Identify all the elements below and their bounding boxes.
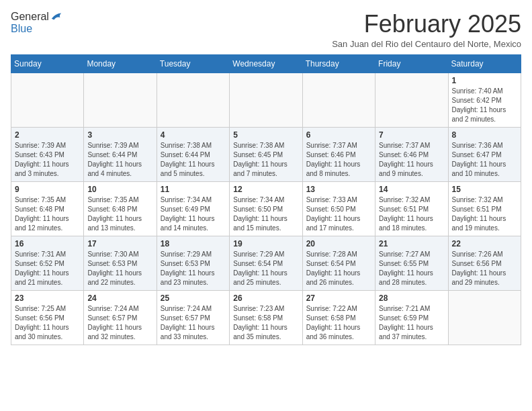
day-number: 13	[306, 185, 371, 194]
day-info: Sunrise: 7:22 AM Sunset: 6:58 PM Dayligh…	[306, 304, 371, 342]
calendar-day-cell: 17Sunrise: 7:30 AM Sunset: 6:53 PM Dayli…	[84, 236, 157, 290]
calendar-day-cell: 28Sunrise: 7:21 AM Sunset: 6:59 PM Dayli…	[375, 290, 448, 345]
calendar-day-cell: 7Sunrise: 7:37 AM Sunset: 6:46 PM Daylig…	[375, 127, 448, 181]
day-number: 10	[87, 185, 152, 194]
day-number: 8	[452, 130, 517, 140]
day-info: Sunrise: 7:24 AM Sunset: 6:57 PM Dayligh…	[87, 304, 152, 342]
calendar-day-cell: 16Sunrise: 7:31 AM Sunset: 6:52 PM Dayli…	[11, 236, 84, 290]
day-number: 22	[452, 239, 517, 248]
day-number: 6	[306, 130, 371, 140]
calendar-day-cell	[230, 73, 302, 127]
day-info: Sunrise: 7:27 AM Sunset: 6:55 PM Dayligh…	[379, 250, 444, 287]
calendar-day-cell	[302, 73, 375, 127]
day-number: 14	[379, 185, 444, 194]
day-number: 27	[306, 293, 371, 303]
weekday-header-sunday: Sunday	[11, 54, 84, 73]
calendar-day-cell: 20Sunrise: 7:28 AM Sunset: 6:54 PM Dayli…	[302, 236, 375, 290]
logo: General Blue	[11, 11, 62, 35]
day-info: Sunrise: 7:25 AM Sunset: 6:56 PM Dayligh…	[15, 304, 80, 342]
calendar-day-cell: 22Sunrise: 7:26 AM Sunset: 6:56 PM Dayli…	[448, 236, 521, 290]
logo-bird-icon	[50, 12, 62, 21]
calendar-day-cell: 14Sunrise: 7:32 AM Sunset: 6:51 PM Dayli…	[375, 181, 448, 236]
day-info: Sunrise: 7:30 AM Sunset: 6:53 PM Dayligh…	[87, 250, 152, 287]
day-info: Sunrise: 7:26 AM Sunset: 6:56 PM Dayligh…	[452, 250, 517, 287]
day-number: 11	[161, 185, 226, 194]
day-number: 7	[379, 130, 444, 140]
day-info: Sunrise: 7:34 AM Sunset: 6:50 PM Dayligh…	[233, 195, 298, 233]
logo-blue-text: Blue	[11, 23, 32, 35]
day-number: 28	[379, 293, 444, 303]
calendar-day-cell: 9Sunrise: 7:35 AM Sunset: 6:48 PM Daylig…	[11, 181, 84, 236]
calendar-table: SundayMondayTuesdayWednesdayThursdayFrid…	[11, 54, 521, 345]
calendar-day-cell	[11, 73, 84, 127]
day-number: 3	[87, 130, 152, 140]
day-number: 25	[161, 293, 226, 303]
weekday-header-saturday: Saturday	[448, 54, 521, 73]
day-number: 12	[233, 185, 298, 194]
calendar-day-cell: 4Sunrise: 7:38 AM Sunset: 6:44 PM Daylig…	[157, 127, 229, 181]
month-year-title: February 2025	[332, 11, 521, 38]
calendar-header-row: SundayMondayTuesdayWednesdayThursdayFrid…	[11, 54, 521, 73]
day-info: Sunrise: 7:33 AM Sunset: 6:50 PM Dayligh…	[306, 195, 371, 233]
day-number: 4	[161, 130, 226, 140]
calendar-day-cell: 24Sunrise: 7:24 AM Sunset: 6:57 PM Dayli…	[84, 290, 157, 345]
day-info: Sunrise: 7:35 AM Sunset: 6:48 PM Dayligh…	[87, 195, 152, 233]
calendar-day-cell: 11Sunrise: 7:34 AM Sunset: 6:49 PM Dayli…	[157, 181, 229, 236]
calendar-day-cell	[375, 73, 448, 127]
day-info: Sunrise: 7:32 AM Sunset: 6:51 PM Dayligh…	[452, 195, 517, 233]
day-info: Sunrise: 7:38 AM Sunset: 6:45 PM Dayligh…	[233, 141, 298, 179]
calendar-day-cell: 8Sunrise: 7:36 AM Sunset: 6:47 PM Daylig…	[448, 127, 521, 181]
calendar-day-cell: 6Sunrise: 7:37 AM Sunset: 6:46 PM Daylig…	[302, 127, 375, 181]
weekday-header-tuesday: Tuesday	[157, 54, 229, 73]
calendar-day-cell: 15Sunrise: 7:32 AM Sunset: 6:51 PM Dayli…	[448, 181, 521, 236]
day-info: Sunrise: 7:32 AM Sunset: 6:51 PM Dayligh…	[379, 195, 444, 233]
day-number: 9	[15, 185, 80, 194]
day-info: Sunrise: 7:29 AM Sunset: 6:54 PM Dayligh…	[233, 250, 298, 287]
calendar-day-cell: 3Sunrise: 7:39 AM Sunset: 6:44 PM Daylig…	[84, 127, 157, 181]
calendar-day-cell: 21Sunrise: 7:27 AM Sunset: 6:55 PM Dayli…	[375, 236, 448, 290]
day-number: 15	[452, 185, 517, 194]
logo-general-text: General	[11, 11, 49, 23]
page-header: General Blue February 2025 San Juan del …	[11, 11, 521, 49]
day-info: Sunrise: 7:23 AM Sunset: 6:58 PM Dayligh…	[233, 304, 298, 342]
day-info: Sunrise: 7:37 AM Sunset: 6:46 PM Dayligh…	[306, 141, 371, 179]
day-number: 1	[452, 76, 517, 85]
calendar-day-cell: 18Sunrise: 7:29 AM Sunset: 6:53 PM Dayli…	[157, 236, 229, 290]
weekday-header-monday: Monday	[84, 54, 157, 73]
day-number: 2	[15, 130, 80, 140]
calendar-day-cell: 1Sunrise: 7:40 AM Sunset: 6:42 PM Daylig…	[448, 73, 521, 127]
calendar-day-cell: 10Sunrise: 7:35 AM Sunset: 6:48 PM Dayli…	[84, 181, 157, 236]
day-number: 23	[15, 293, 80, 303]
calendar-week-row: 1Sunrise: 7:40 AM Sunset: 6:42 PM Daylig…	[11, 73, 521, 127]
day-info: Sunrise: 7:39 AM Sunset: 6:43 PM Dayligh…	[15, 141, 80, 179]
day-number: 20	[306, 239, 371, 248]
day-info: Sunrise: 7:31 AM Sunset: 6:52 PM Dayligh…	[15, 250, 80, 287]
day-info: Sunrise: 7:39 AM Sunset: 6:44 PM Dayligh…	[87, 141, 152, 179]
day-info: Sunrise: 7:21 AM Sunset: 6:59 PM Dayligh…	[379, 304, 444, 342]
calendar-day-cell	[448, 290, 521, 345]
day-info: Sunrise: 7:40 AM Sunset: 6:42 PM Dayligh…	[452, 87, 517, 124]
day-info: Sunrise: 7:37 AM Sunset: 6:46 PM Dayligh…	[379, 141, 444, 179]
day-number: 16	[15, 239, 80, 248]
day-info: Sunrise: 7:34 AM Sunset: 6:49 PM Dayligh…	[161, 195, 226, 233]
calendar-day-cell: 26Sunrise: 7:23 AM Sunset: 6:58 PM Dayli…	[230, 290, 302, 345]
day-info: Sunrise: 7:24 AM Sunset: 6:57 PM Dayligh…	[161, 304, 226, 342]
calendar-day-cell: 19Sunrise: 7:29 AM Sunset: 6:54 PM Dayli…	[230, 236, 302, 290]
day-info: Sunrise: 7:29 AM Sunset: 6:53 PM Dayligh…	[161, 250, 226, 287]
day-number: 24	[87, 293, 152, 303]
day-number: 17	[87, 239, 152, 248]
calendar-week-row: 16Sunrise: 7:31 AM Sunset: 6:52 PM Dayli…	[11, 236, 521, 290]
calendar-day-cell	[84, 73, 157, 127]
calendar-day-cell: 5Sunrise: 7:38 AM Sunset: 6:45 PM Daylig…	[230, 127, 302, 181]
day-info: Sunrise: 7:36 AM Sunset: 6:47 PM Dayligh…	[452, 141, 517, 179]
title-section: February 2025 San Juan del Rio del Centa…	[332, 11, 521, 49]
day-number: 18	[161, 239, 226, 248]
calendar-day-cell: 27Sunrise: 7:22 AM Sunset: 6:58 PM Dayli…	[302, 290, 375, 345]
calendar-week-row: 9Sunrise: 7:35 AM Sunset: 6:48 PM Daylig…	[11, 181, 521, 236]
calendar-day-cell: 25Sunrise: 7:24 AM Sunset: 6:57 PM Dayli…	[157, 290, 229, 345]
weekday-header-thursday: Thursday	[302, 54, 375, 73]
day-number: 5	[233, 130, 298, 140]
calendar-day-cell: 2Sunrise: 7:39 AM Sunset: 6:43 PM Daylig…	[11, 127, 84, 181]
day-info: Sunrise: 7:28 AM Sunset: 6:54 PM Dayligh…	[306, 250, 371, 287]
calendar-day-cell	[157, 73, 229, 127]
